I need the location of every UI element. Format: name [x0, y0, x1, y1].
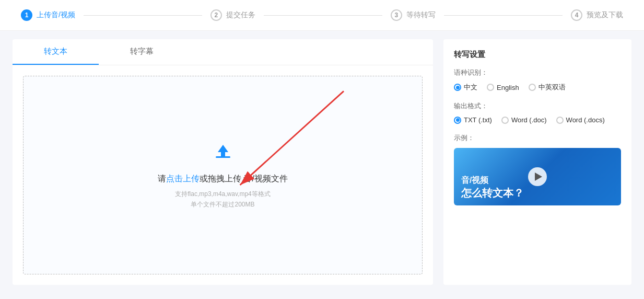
upload-prompt: 请点击上传或拖拽上传 音/视频文件 — [158, 174, 288, 185]
video-text-bottom: 怎么转文本？ — [461, 186, 614, 200]
step-4: 4 预览及下载 — [571, 9, 623, 21]
upload-link[interactable]: 点击上传 — [166, 174, 200, 183]
format-label: 输出格式： — [454, 101, 621, 111]
upload-hint-line1: 支持flac,mp3,m4a,wav,mp4等格式 — [175, 189, 271, 199]
video-thumbnail[interactable]: 音/视频 怎么转文本？ — [454, 148, 621, 205]
lang-label-bilingual: 中英双语 — [538, 83, 566, 92]
svg-rect-2 — [216, 156, 230, 158]
main-content: 转文本 转字幕 请点击上传或拖拽上传 — [0, 31, 644, 293]
tab-bar: 转文本 转字幕 — [13, 39, 433, 65]
step-3-label: 等待转写 — [406, 10, 436, 20]
step-4-label: 预览及下载 — [587, 10, 623, 20]
format-label-doc: Word (.doc) — [511, 116, 547, 124]
lang-label-english: English — [497, 84, 519, 91]
upload-hint: 支持flac,mp3,m4a,wav,mp4等格式 单个文件不超过200MB — [175, 189, 271, 210]
svg-marker-3 — [218, 145, 228, 156]
step-1-label: 上传音/视频 — [37, 10, 75, 20]
step-2: 2 提交任务 — [210, 9, 255, 21]
upload-icon — [212, 141, 235, 168]
upload-text-before: 请 — [158, 174, 166, 183]
upload-area[interactable]: 请点击上传或拖拽上传 音/视频文件 支持flac,mp3,m4a,wav,mp4… — [23, 76, 423, 274]
svg-line-1 — [240, 91, 344, 185]
lang-radio-english[interactable] — [487, 84, 494, 91]
stepper: 1 上传音/视频 2 提交任务 3 等待转写 4 预览及下载 — [0, 0, 644, 31]
settings-title: 转写设置 — [454, 50, 621, 60]
lang-radio-group: 中文 English 中英双语 — [454, 83, 621, 92]
format-radio-group: TXT (.txt) Word (.doc) Word (.docs) — [454, 116, 621, 124]
lang-radio-chinese[interactable] — [454, 84, 461, 91]
lang-option-chinese[interactable]: 中文 — [454, 83, 477, 92]
lang-radio-bilingual[interactable] — [529, 84, 536, 91]
right-panel: 转写设置 语种识别： 中文 English 中英双语 输出格式： TXT (.t… — [443, 39, 631, 285]
format-radio-txt[interactable] — [454, 117, 461, 124]
step-1-circle: 1 — [21, 9, 32, 21]
format-option-doc[interactable]: Word (.doc) — [501, 116, 547, 124]
format-option-docs[interactable]: Word (.docs) — [556, 116, 605, 124]
video-text-top: 音/视频 — [461, 175, 614, 186]
tab-text[interactable]: 转文本 — [13, 39, 99, 65]
format-radio-docs[interactable] — [556, 117, 564, 124]
step-2-circle: 2 — [210, 9, 222, 21]
step-4-circle: 4 — [571, 9, 582, 21]
lang-label-chinese: 中文 — [464, 83, 477, 92]
step-2-label: 提交任务 — [226, 10, 255, 20]
lang-option-bilingual[interactable]: 中英双语 — [529, 83, 566, 92]
format-label-txt: TXT (.txt) — [464, 116, 492, 124]
step-3-circle: 3 — [391, 9, 402, 21]
tab-subtitle[interactable]: 转字幕 — [99, 39, 185, 65]
format-radio-doc[interactable] — [501, 117, 509, 124]
left-panel: 转文本 转字幕 请点击上传或拖拽上传 — [13, 39, 433, 285]
step-1: 1 上传音/视频 — [21, 9, 75, 21]
step-line-3 — [444, 15, 563, 16]
upload-hint-line2: 单个文件不超过200MB — [175, 199, 271, 210]
upload-text-after: 或拖拽上传 音/视频文件 — [200, 174, 288, 183]
step-line-1 — [84, 15, 202, 16]
step-line-2 — [264, 15, 382, 16]
format-option-txt[interactable]: TXT (.txt) — [454, 116, 492, 124]
format-label-docs: Word (.docs) — [566, 116, 605, 124]
step-3: 3 等待转写 — [391, 9, 436, 21]
example-label: 示例： — [454, 133, 621, 143]
lang-option-english[interactable]: English — [487, 84, 519, 91]
lang-label: 语种识别： — [454, 68, 621, 77]
